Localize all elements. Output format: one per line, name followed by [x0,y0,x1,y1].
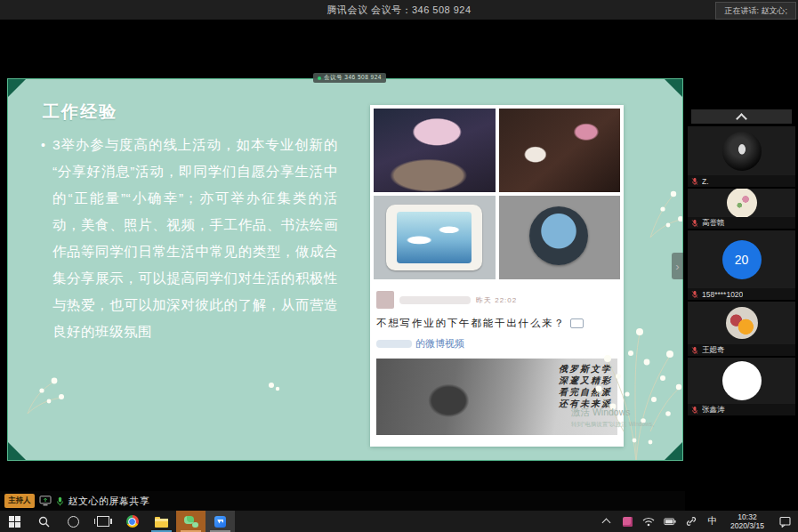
participant-name: 158****1020 [702,290,743,299]
participant-name-bar: Z. [688,175,795,187]
chrome-icon [126,515,139,528]
cortana-icon [68,516,79,528]
ime-label: 中 [708,515,718,528]
avatar-initials: 20 [735,253,749,267]
photo-grid [374,109,620,279]
chevron-up-icon [736,113,747,125]
cortana-button[interactable] [59,511,88,532]
muted-mic-icon [691,406,698,415]
wechat-icon [184,516,198,528]
active-mic-icon [56,496,64,506]
wave-painting [397,212,472,263]
search-icon [38,516,50,528]
meeting-title: 腾讯会议 会议号：346 508 924 [326,4,471,17]
meeting-id-pill[interactable]: 会议号 346 508 924 [313,73,386,83]
slide-corner-decoration [8,442,26,460]
system-tray: 中 10:32 2020/3/15 [595,511,798,532]
tray-app-icon [623,517,633,527]
post-content-text: 不想写作业的下午都能干出什么来？ [376,317,566,330]
bullet-marker: • [41,132,45,345]
participant-tile[interactable]: Z. [688,126,795,187]
windows-taskbar: 中 10:32 2020/3/15 [0,511,798,532]
taskbar-apps [0,511,235,532]
slide-corner-decoration [8,79,26,97]
avatar: 20 [688,230,795,288]
participant-tile[interactable]: 高誉赣 [688,189,795,229]
task-view-icon [97,516,109,527]
meeting-title-bar[interactable]: 腾讯会议 会议号：346 508 924 [0,0,798,20]
share-status-bar: 主持人 赵文心的屏幕共享 [0,491,685,511]
chevron-up-icon [601,519,610,528]
post-content: 不想写作业的下午都能干出什么来？ [376,317,617,330]
participant-name: 张鑫涛 [702,405,725,415]
battery-button[interactable] [659,511,681,532]
post-timestamp: 昨天 22:02 [476,295,517,305]
watermark-line2: 转到“电脑设置”以激活 Windows。 [571,421,658,429]
participants-collapse-button[interactable] [691,109,792,124]
shared-slide: 工作经验 • 3举办参与度高的线上活动，如本专业创新的“分享好消息”活动，即同学… [7,78,683,461]
slide-title: 工作经验 [43,101,117,124]
flower-sprig-decoration [266,380,282,394]
speaking-indicator-text: 正在讲话: 赵文心; [724,5,787,17]
participant-name-bar: 高誉赣 [688,217,795,229]
ime-button[interactable]: 中 [702,511,723,532]
avatar [688,189,795,217]
post-link-text: 的微博视频 [415,337,464,351]
sidebar-collapse-handle[interactable]: › [672,253,683,279]
tencent-meeting-icon [214,516,226,528]
windows-logo-icon [9,516,20,528]
screen-share-icon [39,496,52,506]
post-username-blurred [399,296,471,304]
tray-overflow-button[interactable] [595,511,617,532]
participant-tile[interactable]: 张鑫涛 [688,358,795,415]
clock-date: 2020/3/15 [723,521,771,530]
slide-bullet: • 3举办参与度高的线上活动，如本专业创新的“分享好消息”活动，即同学们自愿分享… [41,132,338,345]
chevron-right-icon: › [675,260,679,273]
tray-app-button[interactable] [617,511,638,532]
participant-name-bar: 张鑫涛 [688,404,795,415]
photo-round-tin [499,196,621,279]
watermark-line1: 激活 Windows [571,407,658,419]
slide-bullet-text: 3举办参与度高的线上活动，如本专业创新的“分享好消息”活动，即同学们自愿分享生活… [52,132,338,345]
participant-name: 王媤奇 [702,345,725,356]
meeting-id-pill-text: 会议号 346 508 924 [324,74,382,82]
file-explorer-button[interactable] [147,511,176,532]
battery-icon [664,518,676,526]
participant-name: 高誉赣 [702,218,725,229]
coaster-shape [386,205,482,270]
participant-tile[interactable]: 20 158****1020 [688,230,795,300]
link-blurred-part [376,340,412,348]
wifi-icon [642,517,655,527]
connected-device-button[interactable] [681,511,702,532]
activate-windows-watermark: 激活 Windows 转到“电脑设置”以激活 Windows。 [571,407,658,429]
chrome-button[interactable] [117,511,147,532]
recording-dot-icon [318,77,321,80]
speaking-indicator: 正在讲话: 赵文心; [715,2,796,20]
taskbar-clock[interactable]: 10:32 2020/3/15 [723,512,771,530]
link-icon [686,516,697,527]
participant-name: Z. [702,177,709,186]
wechat-button[interactable] [176,511,206,532]
muted-mic-icon [691,219,698,228]
avatar [688,358,795,404]
start-button[interactable] [0,511,29,532]
slide-corner-decoration [665,79,682,97]
network-button[interactable] [638,511,659,532]
photo-laptop-art [374,109,496,192]
task-view-button[interactable] [88,511,117,532]
search-button[interactable] [29,511,59,532]
muted-mic-icon [691,177,698,186]
participant-tile[interactable]: 王媤奇 [688,302,795,356]
desktop-screen: 腾讯会议 会议号：346 508 924 正在讲话: 赵文心; 会议号 346 … [0,0,798,532]
post-header: 昨天 22:02 [376,291,617,309]
muted-mic-icon [691,346,698,355]
clock-time: 10:32 [723,512,771,521]
share-status-text: 赵文心的屏幕共享 [69,495,150,508]
flower-sprig-decoration [19,373,69,414]
tin-shape [529,206,588,265]
participants-sidebar: Z. 高誉赣 20 [685,20,798,491]
flower-sprig-decoration [588,307,683,461]
action-center-button[interactable] [771,511,798,532]
participant-name-bar: 158****1020 [688,288,795,300]
tencent-meeting-button[interactable] [206,511,235,532]
